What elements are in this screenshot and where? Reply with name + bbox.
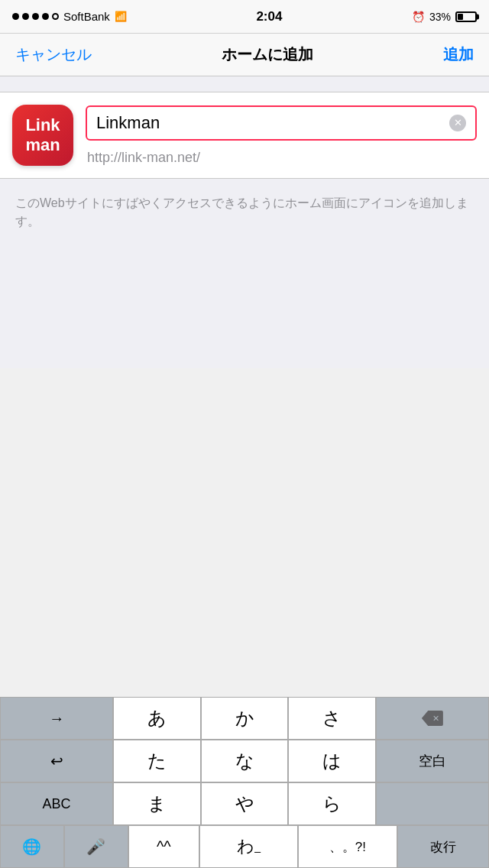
signal-dot-5 [52,13,59,20]
keyboard-row-1: → あ か さ [0,697,489,740]
nav-bar: キャンセル ホームに追加 追加 [0,34,489,76]
key-undo[interactable]: ↩ [0,740,113,782]
app-icon: Linkman [12,105,73,166]
key-ta[interactable]: た [113,740,201,782]
description-section: このWebサイトにすばやくアクセスできるようにホーム画面にアイコンを追加します。 [0,179,489,246]
key-space[interactable]: 空白 [376,740,489,782]
clear-button[interactable]: ✕ [449,115,466,131]
key-na[interactable]: な [201,740,289,782]
nav-title: ホームに追加 [222,44,313,65]
carrier-name: SoftBank [63,10,110,23]
key-ya[interactable]: や [201,782,289,825]
key-ma[interactable]: ま [113,782,201,825]
battery-percent: 33% [429,11,451,23]
key-mic[interactable]: 🎤 [64,825,128,868]
key-ha[interactable]: は [288,740,376,782]
app-name-section: ✕ http://link-man.net/ [86,105,477,166]
content-area: Linkman ✕ http://link-man.net/ このWebサイトに… [0,76,489,368]
description-text: このWebサイトにすばやくアクセスできるようにホーム画面にアイコンを追加します。 [15,194,474,231]
keyboard: → あ か さ ↩ た な は 空白 ABC ま や ら 🌐 🎤 ^^ わ_ 、… [0,697,489,868]
status-bar: SoftBank 📶 2:04 ⏰ 33% [0,0,489,34]
battery-fill [458,14,463,20]
status-right: ⏰ 33% [412,11,477,23]
signal-dot-1 [12,13,19,20]
wifi-icon: 📶 [115,11,127,22]
key-abc[interactable]: ABC [0,782,113,825]
app-name-input[interactable] [96,113,449,133]
key-a[interactable]: あ [113,697,201,740]
keyboard-row-4: 🌐 🎤 ^^ わ_ 、。?! 改行 [0,825,489,868]
app-icon-text: Linkman [25,115,60,156]
alarm-icon: ⏰ [412,11,425,23]
status-left: SoftBank 📶 [12,10,127,23]
key-arrow[interactable]: → [0,697,113,740]
key-return-placeholder [376,782,489,825]
signal-dot-4 [42,13,49,20]
signal-dots [12,13,59,20]
status-time: 2:04 [256,9,282,24]
name-input-wrapper: ✕ [86,105,477,141]
key-ra[interactable]: ら [288,782,376,825]
app-section: Linkman ✕ http://link-man.net/ [0,92,489,179]
app-row: Linkman ✕ http://link-man.net/ [12,105,477,166]
cancel-button[interactable]: キャンセル [15,44,92,65]
url-display: http://link-man.net/ [86,150,477,166]
key-sa[interactable]: さ [288,697,376,740]
battery-icon [455,11,477,22]
key-caret[interactable]: ^^ [128,825,199,868]
signal-dot-2 [22,13,29,20]
key-wa[interactable]: わ_ [199,825,298,868]
empty-space [0,246,489,368]
key-globe[interactable]: 🌐 [0,825,64,868]
key-backspace[interactable] [376,697,489,740]
keyboard-row-3: ABC ま や ら [0,782,489,825]
key-punctuation[interactable]: 、。?! [298,825,397,868]
backspace-icon [422,711,443,726]
signal-dot-3 [32,13,39,20]
keyboard-row-2: ↩ た な は 空白 [0,740,489,782]
key-return[interactable]: 改行 [397,825,489,868]
key-ka[interactable]: か [201,697,289,740]
add-button[interactable]: 追加 [443,44,474,65]
